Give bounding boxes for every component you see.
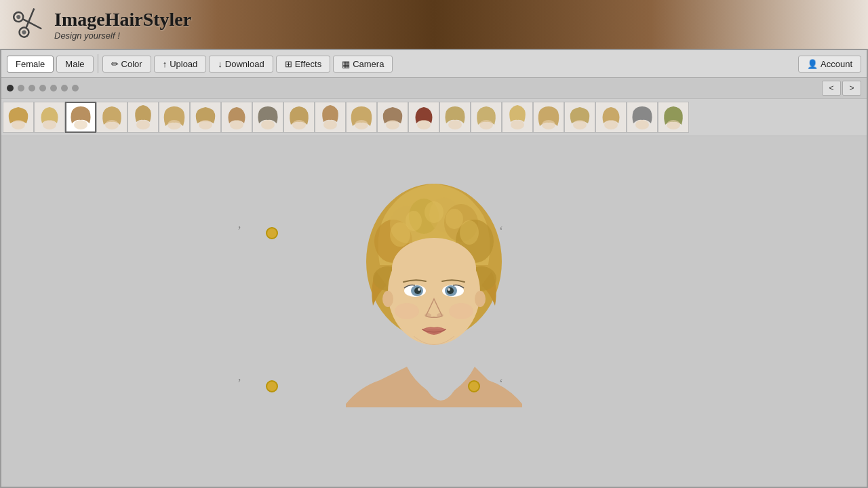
hair-item-11[interactable] [315,102,346,133]
effects-icon: ⊞ [285,59,292,69]
pagination-dot-6[interactable] [61,85,68,92]
svg-point-14 [261,120,275,129]
hair-item-22[interactable] [658,102,689,133]
pagination-dot-3[interactable] [28,85,35,92]
hair-item-10[interactable] [283,102,315,133]
svg-point-54 [395,303,419,319]
pagination-dot-4[interactable] [39,85,46,92]
svg-point-55 [449,303,473,319]
hair-item-16[interactable] [471,102,502,133]
next-arrow[interactable]: > [842,81,861,96]
arc-bottom-right-icon[interactable]: ‘ [499,377,503,391]
svg-line-3 [23,14,42,34]
female-button[interactable]: Female [7,56,54,73]
svg-point-50 [447,287,454,294]
svg-point-47 [418,288,420,291]
svg-point-9 [105,120,119,129]
svg-point-27 [667,120,680,129]
control-dot-3[interactable] [266,380,278,392]
svg-point-19 [417,120,431,129]
svg-point-13 [230,120,243,129]
svg-point-6 [12,120,25,129]
face-svg [339,136,529,407]
hair-item-8[interactable] [221,102,252,133]
camera-label: Camera [353,59,384,69]
pagination-dot-5[interactable] [50,85,57,92]
download-label: Download [225,59,264,69]
body-area: ’ ‘ [1,136,867,407]
hair-item-15[interactable] [439,102,471,133]
hair-item-4[interactable] [96,102,127,133]
hair-item-3[interactable] [65,102,96,133]
hair-item-6[interactable] [159,102,190,133]
hair-item-9[interactable] [252,102,283,133]
hair-item-5[interactable] [127,102,159,133]
app-subtitle: Design yourself ! [54,30,191,41]
hair-item-14[interactable] [408,102,439,133]
effects-label: Effects [295,59,322,69]
control-dot-4[interactable] [468,380,480,392]
svg-point-8 [74,120,87,129]
hair-item-7[interactable] [190,102,221,133]
hair-item-19[interactable] [564,102,595,133]
svg-point-26 [635,120,649,129]
svg-point-18 [386,120,399,129]
pagination-dot-1[interactable] [7,85,14,92]
svg-point-7 [43,120,56,129]
svg-point-25 [604,120,618,129]
svg-point-22 [511,120,524,129]
svg-point-36 [406,211,422,231]
svg-point-38 [446,209,463,229]
svg-point-57 [475,291,486,307]
svg-point-23 [542,120,555,129]
prev-arrow[interactable]: < [822,81,841,96]
person-display [339,136,529,407]
svg-point-4 [22,30,27,35]
camera-button[interactable]: ▦ Camera [333,56,393,73]
svg-point-12 [199,120,212,129]
color-button[interactable]: ✏ Color [102,56,151,73]
hair-item-17[interactable] [502,102,533,133]
upload-icon: ↑ [163,59,167,69]
account-label: Account [821,59,852,69]
svg-point-56 [382,291,393,307]
header: ImageHairStyler Design yourself ! [0,0,868,49]
pagination-dot-2[interactable] [18,85,24,92]
svg-point-46 [414,287,421,294]
upload-label: Upload [170,59,197,69]
hairstyles-row [1,99,867,136]
effects-button[interactable]: ⊞ Effects [276,56,331,73]
upload-button[interactable]: ↑ Upload [154,56,207,73]
logo-area: ImageHairStyler Design yourself ! [14,5,191,43]
hair-item-12[interactable] [346,102,377,133]
hair-item-20[interactable] [595,102,627,133]
hair-item-1[interactable] [3,102,34,133]
svg-point-10 [136,120,150,129]
pagination-bar: < > [1,78,867,99]
svg-point-20 [448,120,462,129]
download-icon: ↓ [218,59,222,69]
hair-item-2[interactable] [34,102,65,133]
arc-left-icon[interactable]: ’ [237,224,241,239]
hair-item-13[interactable] [377,102,408,133]
pagination-dot-7[interactable] [72,85,79,92]
account-button[interactable]: 👤 Account [798,56,861,73]
svg-point-37 [425,201,443,223]
hair-item-21[interactable] [627,102,658,133]
app-name: ImageHairStyler [54,9,191,30]
svg-point-16 [323,120,337,129]
svg-point-17 [355,120,368,129]
color-label: Color [121,59,142,69]
download-button[interactable]: ↓ Download [209,56,273,73]
arc-bottom-left-icon[interactable]: ’ [237,377,241,391]
control-dot-1[interactable] [266,227,278,239]
svg-point-5 [16,14,21,20]
camera-icon: ▦ [342,59,350,69]
svg-point-39 [460,220,479,245]
svg-point-51 [448,288,450,291]
scissors-icon [8,1,52,47]
male-button[interactable]: Male [56,56,93,73]
hair-item-18[interactable] [533,102,564,133]
svg-point-53 [437,313,443,317]
svg-point-15 [292,120,306,129]
